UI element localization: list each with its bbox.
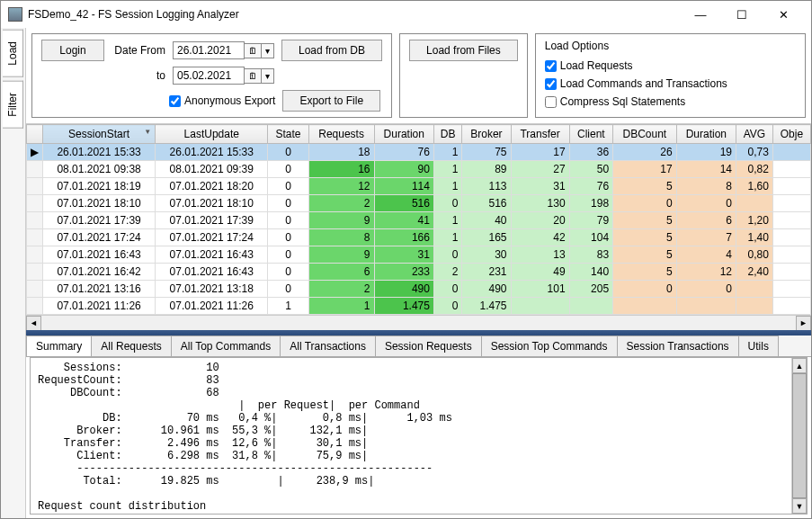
chevron-down-icon[interactable]: ▾ [262, 68, 274, 84]
summary-v-scrollbar[interactable]: ▲ ▼ [791, 358, 807, 514]
tab-utils[interactable]: Utils [738, 336, 779, 356]
anonymous-export-checkbox[interactable]: Anonymous Export [169, 94, 275, 107]
cell: 07.01.2021 18:19 [43, 178, 156, 195]
cell: 13 [511, 246, 569, 264]
cell: 07.01.2021 16:43 [156, 264, 268, 281]
cell [772, 144, 810, 161]
col-duration[interactable]: Duration [374, 125, 433, 144]
cell: 1.475 [462, 298, 511, 315]
col-obje[interactable]: Obje [772, 125, 810, 144]
maximize-button[interactable]: ☐ [721, 1, 763, 28]
col-sessionstart[interactable]: SessionStart▼ [43, 125, 156, 144]
cell: 1,20 [736, 212, 773, 229]
side-tab-filter[interactable]: Filter [3, 81, 23, 129]
cell: 07.01.2021 17:24 [43, 229, 156, 246]
cell: 12 [308, 178, 374, 195]
cell: 31 [511, 178, 569, 195]
calendar-icon[interactable]: 🗓 [245, 43, 262, 58]
cell [772, 264, 810, 281]
scroll-left-icon[interactable]: ◄ [26, 316, 41, 331]
cell [736, 281, 773, 298]
cell: 0,73 [736, 144, 773, 161]
col-lastupdate[interactable]: LastUpdate [156, 125, 268, 144]
tab-summary[interactable]: Summary [26, 336, 92, 356]
cell: 07.01.2021 18:20 [156, 178, 268, 195]
cell: 07.01.2021 17:39 [43, 212, 156, 229]
row-indicator [27, 281, 43, 298]
opt-compress-sql[interactable]: Compress Sql Statements [545, 95, 796, 108]
cell: 49 [511, 264, 569, 281]
cell: 490 [374, 281, 433, 298]
table-row[interactable]: ▶26.01.2021 15:3326.01.2021 15:330187617… [27, 144, 811, 161]
table-row[interactable]: 07.01.2021 13:1607.01.2021 13:1802490049… [27, 281, 811, 298]
tab-session-transactions[interactable]: Session Transactions [617, 336, 739, 356]
tab-all-top-commands[interactable]: All Top Commands [171, 336, 281, 356]
date-to-input[interactable] [173, 67, 245, 85]
grid-h-scrollbar[interactable]: ◄ ► [26, 315, 811, 330]
col-dbcount[interactable]: DBCount [613, 125, 677, 144]
row-indicator [27, 161, 43, 178]
col-broker[interactable]: Broker [462, 125, 511, 144]
col-client[interactable]: Client [569, 125, 613, 144]
tab-session-top-commands[interactable]: Session Top Commands [481, 336, 618, 356]
table-row[interactable]: 07.01.2021 18:1007.01.2021 18:1002516051… [27, 195, 811, 212]
cell: 9 [308, 212, 374, 229]
tab-session-requests[interactable]: Session Requests [375, 336, 482, 356]
table-row[interactable]: 07.01.2021 17:3907.01.2021 17:3909411402… [27, 212, 811, 229]
row-indicator [27, 178, 43, 195]
row-indicator [27, 195, 43, 212]
tab-all-transactions[interactable]: All Transactions [280, 336, 376, 356]
cell: 31 [374, 246, 433, 264]
cell: 27 [511, 161, 569, 178]
scroll-right-icon[interactable]: ► [796, 316, 811, 331]
cell: 104 [569, 229, 613, 246]
cell: 16 [308, 161, 374, 178]
scrollbar-thumb[interactable] [792, 373, 807, 498]
calendar-icon[interactable]: 🗓 [245, 68, 262, 84]
load-db-button[interactable]: Load from DB [281, 40, 382, 61]
cell: 0 [613, 195, 677, 212]
cell: 0 [433, 195, 461, 212]
chevron-down-icon[interactable]: ▾ [262, 43, 274, 58]
cell: 07.01.2021 13:18 [156, 281, 268, 298]
scroll-down-icon[interactable]: ▼ [792, 498, 807, 514]
side-tab-load[interactable]: Load [3, 30, 23, 77]
cell [772, 246, 810, 264]
close-button[interactable]: ✕ [763, 1, 804, 28]
tab-all-requests[interactable]: All Requests [91, 336, 171, 356]
cell: 26.01.2021 15:33 [156, 144, 268, 161]
group-load-options: Load Options Load Requests Load Commands… [535, 33, 806, 118]
col-avg[interactable]: AVG [736, 125, 773, 144]
table-row[interactable]: 07.01.2021 11:2607.01.2021 11:26111.4750… [27, 298, 811, 315]
cell: 0 [268, 281, 308, 298]
table-row[interactable]: 07.01.2021 16:4307.01.2021 16:4309310301… [27, 246, 811, 264]
opt-load-commands[interactable]: Load Commands and Transactions [545, 77, 796, 90]
table-row[interactable]: 08.01.2021 09:3808.01.2021 09:3901690189… [27, 161, 811, 178]
col-duration[interactable]: Duration [676, 125, 736, 144]
cell: 07.01.2021 18:10 [43, 195, 156, 212]
cell: 1,40 [736, 229, 773, 246]
cell: 130 [511, 195, 569, 212]
table-row[interactable]: 07.01.2021 16:4207.01.2021 16:4306233223… [27, 264, 811, 281]
col-db[interactable]: DB [433, 125, 461, 144]
scroll-up-icon[interactable]: ▲ [792, 358, 807, 373]
cell: 0 [268, 144, 308, 161]
cell: 20 [511, 212, 569, 229]
cell: 0 [676, 281, 736, 298]
date-from-input[interactable] [173, 41, 245, 59]
minimize-button[interactable]: — [680, 1, 721, 28]
load-files-button[interactable]: Load from Files [409, 40, 518, 61]
cell: 1.475 [374, 298, 433, 315]
login-button[interactable]: Login [41, 40, 104, 61]
cell: 233 [374, 264, 433, 281]
col-transfer[interactable]: Transfer [511, 125, 569, 144]
export-file-button[interactable]: Export to File [282, 90, 380, 112]
col-requests[interactable]: Requests [308, 125, 374, 144]
table-row[interactable]: 07.01.2021 17:2407.01.2021 17:2408166116… [27, 229, 811, 246]
col-state[interactable]: State [268, 125, 308, 144]
opt-load-requests[interactable]: Load Requests [545, 59, 796, 72]
cell: 07.01.2021 17:24 [156, 229, 268, 246]
cell: 0 [268, 264, 308, 281]
table-row[interactable]: 07.01.2021 18:1907.01.2021 18:2001211411… [27, 178, 811, 195]
cell [772, 195, 810, 212]
